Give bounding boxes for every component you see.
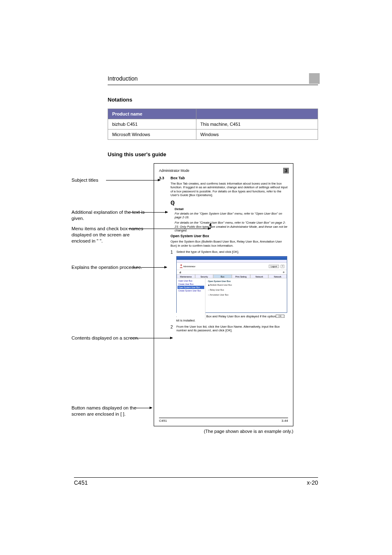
radio-option[interactable]: Annotation User Box bbox=[210, 294, 228, 296]
arrow bbox=[128, 229, 210, 229]
header-section: Introduction bbox=[108, 75, 138, 82]
table-row: bizhub C451 This machine, C451 bbox=[108, 119, 318, 130]
arrow bbox=[130, 338, 173, 338]
sample-footer-left: C451 bbox=[159, 419, 167, 423]
detail-text-2: For details on the "Create User Box" men… bbox=[175, 221, 288, 232]
radio-option[interactable]: Bulletin Board User Box bbox=[210, 284, 232, 286]
person-icon bbox=[179, 264, 183, 268]
explainer-diagram: 3 Administrator Mode 3.3 Box Tab The Box… bbox=[71, 163, 293, 439]
detail-label: Detail bbox=[175, 207, 288, 211]
tab[interactable]: Maintenance bbox=[177, 274, 195, 278]
sidebar-item[interactable]: Create User Box bbox=[178, 282, 204, 286]
notations-table: Product name bizhub C451 This machine, C… bbox=[108, 109, 318, 140]
page-footer: C451 x-20 bbox=[74, 477, 318, 486]
heading-using-guide: Using this user's guide bbox=[108, 151, 318, 157]
printer-icon: 🖨 bbox=[179, 271, 181, 273]
tab[interactable]: Network bbox=[250, 274, 269, 278]
admin-mode-label: Administrator Mode bbox=[159, 169, 288, 173]
arrow bbox=[134, 408, 152, 408]
heading-notations: Notations bbox=[108, 97, 318, 103]
table-row: Microsoft Windows Windows bbox=[108, 130, 318, 140]
detail-text-1: For details on the "Open System User Box… bbox=[175, 212, 288, 220]
step-number: 2 bbox=[171, 325, 175, 329]
arrow bbox=[132, 267, 167, 268]
sidebar: Open User Box Create User Box Open Syste… bbox=[177, 278, 205, 319]
panel-title: Open System User Box bbox=[208, 280, 284, 282]
callout-additional: Additional explanation of the text is gi… bbox=[71, 209, 150, 222]
open-system-text: Open the System Box (Bulletin Board User… bbox=[171, 240, 288, 247]
svg-point-0 bbox=[180, 264, 182, 266]
sidebar-item-selected[interactable]: Open System User Box bbox=[178, 286, 204, 289]
table-header-blank bbox=[196, 109, 318, 119]
example-note: (The page shown above is an example only… bbox=[154, 429, 293, 434]
embedded-screenshot: Administrator Logout ? 🖨 ⚙ Maintenance S… bbox=[176, 256, 287, 313]
sidebar-item[interactable]: Create System User Box bbox=[178, 289, 204, 292]
tab-bar: Maintenance Security Box Print Setting N… bbox=[177, 274, 287, 278]
arrow bbox=[128, 212, 168, 213]
footer-right: x-20 bbox=[307, 479, 318, 486]
help-icon[interactable]: ? bbox=[281, 265, 284, 268]
gear-icon[interactable]: ⚙ bbox=[283, 271, 284, 273]
sidebar-item[interactable]: Open User Box bbox=[178, 279, 204, 282]
step-number: 1 bbox=[171, 250, 175, 254]
arrow bbox=[106, 180, 160, 180]
radio-option[interactable]: Relay User Box bbox=[210, 289, 224, 291]
detail-icon: ℚ bbox=[171, 200, 288, 206]
chapter-badge: 3 bbox=[283, 168, 289, 173]
section-number: 3.3 bbox=[159, 176, 166, 332]
running-header: Introduction bbox=[108, 73, 318, 85]
arrow-up bbox=[210, 223, 211, 229]
logout-button[interactable]: Logout bbox=[269, 265, 279, 268]
intro-paragraph: The Box Tab creates, and confirms basic … bbox=[171, 182, 288, 197]
sample-page: 3 Administrator Mode 3.3 Box Tab The Box… bbox=[154, 163, 293, 426]
tab[interactable]: Print Setting bbox=[232, 274, 250, 278]
section-title: Box Tab bbox=[171, 176, 288, 180]
tab-active[interactable]: Box bbox=[213, 274, 232, 278]
table-header: Product name bbox=[108, 109, 196, 119]
tab[interactable]: Network bbox=[268, 274, 287, 278]
sample-footer-right: 3-44 bbox=[281, 419, 288, 423]
footer-left: C451 bbox=[74, 479, 88, 486]
step-text: From the User box list, click the User B… bbox=[176, 325, 283, 332]
header-block bbox=[309, 73, 320, 84]
tab[interactable]: Security bbox=[195, 274, 214, 278]
ok-button[interactable]: OK bbox=[276, 314, 284, 318]
callout-buttons: Button names displayed on the screen are… bbox=[71, 405, 150, 417]
step-text: Select the type of System Box, and click… bbox=[176, 250, 283, 254]
open-system-heading: Open System User Box bbox=[171, 234, 288, 238]
